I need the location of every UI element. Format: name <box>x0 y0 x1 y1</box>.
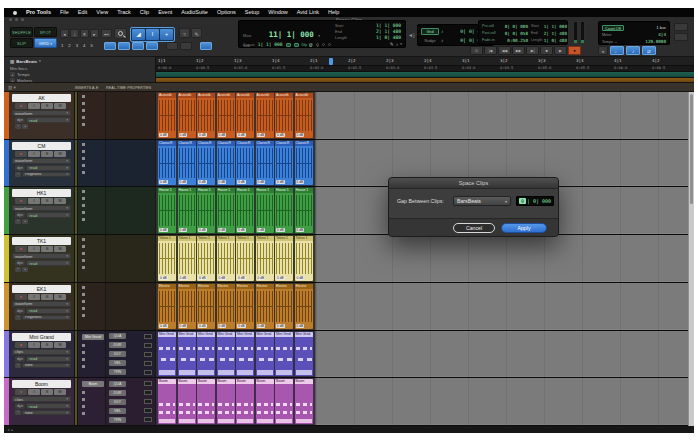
clip-gain-badge[interactable]: 0 dB <box>257 228 266 232</box>
bar-tick-3-3[interactable]: 3|3 <box>538 58 546 63</box>
clip[interactable]: Acoustik0 dB <box>178 93 196 138</box>
elastic-audio-selector[interactable]: Polyphonic▾ <box>22 315 71 320</box>
clip-gain-badge[interactable]: 0 dB <box>198 228 207 232</box>
rtp-vel-value[interactable] <box>144 408 152 413</box>
clip[interactable]: House 10 dB <box>158 188 176 233</box>
clip[interactable]: ClassicR0 dB <box>295 141 313 186</box>
edit-cursor-marker[interactable] <box>329 58 333 65</box>
mirror-midi-button[interactable] <box>118 42 130 50</box>
clip[interactable]: Tekno 10 dB <box>158 236 176 281</box>
menu-track[interactable]: Track <box>117 8 131 17</box>
menu-avid-link[interactable]: Avid Link <box>297 8 319 17</box>
clip[interactable]: Tekno 10 dB <box>178 236 196 281</box>
input-monitor-button[interactable]: I <box>28 103 40 109</box>
apple-menu-icon[interactable] <box>13 11 17 15</box>
rtp-trn-value[interactable] <box>144 370 152 375</box>
metronome-button[interactable]: ♪ <box>626 46 640 55</box>
toolbar-chip-dark-2[interactable] <box>180 42 192 50</box>
clip[interactable]: House 10 dB <box>295 188 313 233</box>
insert-slot-boom[interactable]: Boom <box>82 381 104 387</box>
input-monitor-button[interactable]: I <box>28 198 40 204</box>
clip[interactable]: Boom <box>295 379 313 424</box>
voice-selector[interactable]: dyn <box>15 260 25 266</box>
pre-roll-value[interactable]: 0| 0| 000 <box>505 23 528 30</box>
mute-button[interactable]: M <box>54 103 66 109</box>
clip[interactable]: House 10 dB <box>236 188 254 233</box>
elastic-audio-icon[interactable]: ▪ <box>15 219 21 224</box>
automation-mode-button[interactable]: read▾ <box>26 117 71 123</box>
solo-button[interactable]: S <box>41 198 53 204</box>
pencil-icon[interactable]: ✎ <box>390 42 394 47</box>
menu-event[interactable]: Event <box>158 8 172 17</box>
count-off-button[interactable]: Count Off <box>602 25 624 31</box>
record-button[interactable]: ● <box>568 46 581 55</box>
clip[interactable]: Electro0 dB <box>275 284 293 329</box>
insert-slot[interactable] <box>82 190 85 193</box>
clip-gain-badge[interactable]: 0 dB <box>257 324 266 328</box>
clip[interactable]: Boom <box>256 379 274 424</box>
clip[interactable]: Boom <box>275 379 293 424</box>
track-name-button[interactable]: Mini Grand <box>12 333 71 341</box>
menu-view[interactable]: View <box>96 8 108 17</box>
track-list-icon[interactable]: ▥ ▾ <box>8 85 16 90</box>
clip-gain-badge[interactable]: 0 dB <box>198 180 207 184</box>
track-name-button[interactable]: Boom <box>12 380 71 388</box>
clip[interactable]: Electro0 dB <box>197 284 215 329</box>
clip-gain-badge[interactable]: 0 dB <box>179 324 188 328</box>
edit-mode-grid[interactable]: GRID▾ <box>34 38 57 48</box>
patch-selector[interactable]: none▾ <box>22 410 71 415</box>
clip[interactable]: Electro0 dB <box>295 284 313 329</box>
clip[interactable]: Electro0 dB <box>158 284 176 329</box>
insert-slot[interactable] <box>82 95 85 98</box>
bar-tick-4-2[interactable]: 4|2 <box>652 58 660 63</box>
transport-start-value[interactable]: 1| 1| 000 <box>544 23 567 30</box>
menu-audiosuite[interactable]: AudioSuite <box>181 8 208 17</box>
clip[interactable]: ClassicR0 dB <box>256 141 274 186</box>
tempo-note-icon[interactable]: ♩ <box>615 39 619 44</box>
rtp-vel-button[interactable]: VEL <box>109 360 126 366</box>
insert-slot[interactable] <box>82 116 85 119</box>
track-view-selector[interactable]: waveform▾ <box>12 253 71 259</box>
insert-slot[interactable] <box>82 245 85 248</box>
clip-gain-badge[interactable]: 0 dB <box>276 276 285 280</box>
track-mini-icon[interactable]: ▴ <box>22 219 28 224</box>
wait-for-note-button[interactable]: ♩ <box>610 46 624 55</box>
clip-gain-badge[interactable]: 0 dB <box>159 276 168 280</box>
insert-slot[interactable] <box>82 351 85 354</box>
rtp-dly-value[interactable] <box>144 352 152 357</box>
automation-mode-button[interactable]: read▾ <box>26 403 71 409</box>
insert-slot[interactable] <box>82 365 85 368</box>
insert-slot[interactable] <box>82 109 85 112</box>
insert-slot[interactable] <box>82 398 85 401</box>
insert-slot[interactable] <box>82 405 85 408</box>
menu-options[interactable]: Options <box>217 8 236 17</box>
clip-gain-badge[interactable]: 0 dB <box>198 133 207 137</box>
ruler-selector[interactable]: ▦ BarsBeats ▾ <box>4 57 155 65</box>
grid-mode-button[interactable]: Grid <box>421 28 439 35</box>
insert-slot[interactable] <box>82 259 85 262</box>
zoom-preset-2[interactable]: 2 <box>68 43 70 48</box>
clip-gain-badge[interactable]: 0 dB <box>159 324 168 328</box>
trim-tool[interactable]: ◢ <box>132 29 145 40</box>
input-monitor-button[interactable]: I <box>28 389 40 395</box>
zoom-button-2[interactable]: ≡ <box>80 29 89 38</box>
clip-gain-badge[interactable]: 0 dB <box>237 324 246 328</box>
clip[interactable]: House 10 dB <box>197 188 215 233</box>
clip[interactable]: Electro0 dB <box>217 284 235 329</box>
bar-tick-1-3[interactable]: 1|3 <box>234 58 242 63</box>
insert-slot[interactable] <box>82 252 85 255</box>
clip-gain-badge[interactable]: 0 dB <box>296 133 305 137</box>
clip[interactable]: Boom <box>236 379 254 424</box>
clip[interactable]: ClassicR0 dB <box>217 141 235 186</box>
input-monitor-button[interactable]: I <box>28 342 40 348</box>
insert-slot[interactable] <box>82 300 85 303</box>
clip-gain-badge[interactable]: 0 dB <box>218 180 227 184</box>
insert-slot[interactable] <box>82 344 85 347</box>
bar-tick-1-2[interactable]: 1|2 <box>196 58 204 63</box>
gap-units-dropdown[interactable]: BarsBeats ▾ <box>453 196 511 206</box>
menu-help[interactable]: Help <box>328 8 339 17</box>
clip-gain-badge[interactable]: 0 dB <box>218 276 227 280</box>
bar-tick-1-1[interactable]: 1|1 <box>158 58 166 63</box>
insert-slot[interactable] <box>82 266 85 269</box>
mute-button[interactable]: M <box>54 198 66 204</box>
